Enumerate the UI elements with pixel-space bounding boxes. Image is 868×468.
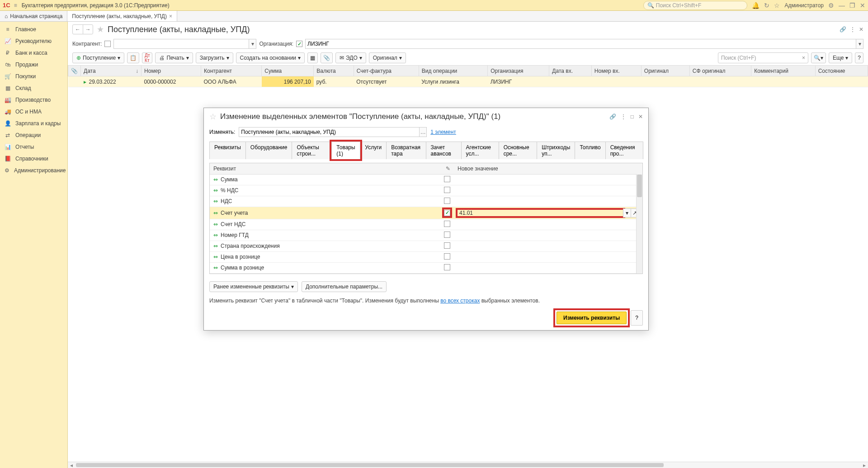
- elements-link[interactable]: 1 элемент: [430, 129, 456, 135]
- col-comment[interactable]: Комментарий: [751, 66, 815, 76]
- value-dropdown[interactable]: ▾: [623, 208, 631, 217]
- modal-tab-8[interactable]: Основные сре...: [499, 142, 538, 159]
- close-page-icon[interactable]: ✕: [859, 26, 863, 33]
- attr-row[interactable]: ⇔НДС: [210, 196, 642, 207]
- help-button[interactable]: ?: [855, 52, 863, 63]
- table-row[interactable]: ▸29.03.2022 0000-000002 ООО АЛЬФА 196 20…: [68, 76, 868, 87]
- filter-contractor-input[interactable]: [113, 39, 249, 49]
- filter-org-checkbox[interactable]: [296, 41, 302, 47]
- filter-org-input[interactable]: [305, 39, 856, 49]
- more-icon[interactable]: ⋮: [850, 26, 855, 33]
- sidebar-item-0[interactable]: ≡Главное: [0, 24, 67, 35]
- nav-forward-button[interactable]: →: [83, 25, 93, 34]
- attr-checkbox[interactable]: [444, 187, 450, 193]
- close-app-icon[interactable]: ✕: [860, 2, 865, 9]
- scroll-thumb[interactable]: [76, 463, 664, 467]
- tab-receipts[interactable]: Поступление (акты, накладные, УПД) ×: [67, 11, 177, 21]
- horizontal-scrollbar[interactable]: ◂ ▸: [68, 462, 868, 468]
- table-search[interactable]: Поиск (Ctrl+F) ×: [718, 52, 808, 63]
- col-org[interactable]: Организация: [488, 66, 549, 76]
- registry-button[interactable]: ▦: [307, 52, 318, 63]
- col-contractor[interactable]: Контрагент: [201, 66, 262, 76]
- filter-contractor-dropdown[interactable]: ▾: [249, 39, 256, 49]
- nav-back-button[interactable]: ←: [73, 25, 83, 34]
- copy-button[interactable]: 📋: [127, 52, 139, 63]
- attr-row[interactable]: ⇔Страна происхождения: [210, 241, 642, 251]
- modal-tab-10[interactable]: Топливо: [575, 142, 605, 159]
- submit-button[interactable]: Изменить реквизиты: [557, 312, 627, 324]
- attr-row[interactable]: ⇔Счет НДС: [210, 219, 642, 230]
- restore-icon[interactable]: ❐: [849, 2, 855, 9]
- change-type-dropdown[interactable]: …: [420, 127, 427, 137]
- extra-params-button[interactable]: Дополнительные параметры...: [302, 281, 387, 292]
- scroll-right-icon[interactable]: ▸: [861, 462, 868, 468]
- attr-checkbox[interactable]: [444, 242, 450, 249]
- change-type-input[interactable]: [239, 127, 420, 137]
- modal-tab-2[interactable]: Объекты строи...: [292, 142, 332, 159]
- minimize-icon[interactable]: —: [839, 2, 845, 9]
- col-number-in[interactable]: Номер вх.: [591, 66, 641, 76]
- settings-icon[interactable]: ⚙: [828, 2, 834, 9]
- sidebar-item-12[interactable]: ⚙Администрирование: [0, 165, 67, 176]
- attr-row[interactable]: ⇔% НДС: [210, 185, 642, 196]
- attr-checkbox[interactable]: [444, 210, 450, 216]
- attr-checkbox[interactable]: [444, 221, 450, 227]
- hint-link[interactable]: во всех строках: [440, 298, 480, 304]
- dtkt-button[interactable]: ДтКт: [142, 52, 152, 63]
- tab-home[interactable]: ⌂ Начальная страница: [0, 11, 67, 21]
- attr-checkbox[interactable]: [444, 198, 450, 204]
- sidebar-item-11[interactable]: 📕Справочники: [0, 153, 67, 165]
- global-search[interactable]: 🔍 Поиск Ctrl+Shift+F: [643, 1, 747, 10]
- col-op-type[interactable]: Вид операции: [419, 66, 487, 76]
- sidebar-item-5[interactable]: ▦Склад: [0, 82, 67, 94]
- bell-icon[interactable]: 🔔: [752, 2, 760, 9]
- sidebar-item-4[interactable]: 🛒Покупки: [0, 71, 67, 82]
- sidebar-item-3[interactable]: 🛍Продажи: [0, 59, 67, 71]
- user-name[interactable]: Администратор: [784, 2, 824, 9]
- col-invoice[interactable]: Счет-фактура: [354, 66, 419, 76]
- sidebar-item-6[interactable]: 🏭Производство: [0, 94, 67, 106]
- sidebar-item-8[interactable]: 👤Зарплата и кадры: [0, 118, 67, 129]
- link-icon[interactable]: 🔗: [840, 26, 846, 33]
- attr-checkbox[interactable]: [444, 253, 450, 260]
- modal-tab-7[interactable]: Агентские усл...: [461, 142, 499, 159]
- sidebar-item-9[interactable]: ⇄Операции: [0, 129, 67, 141]
- modal-tab-5[interactable]: Возвратная тара: [386, 142, 426, 159]
- original-button[interactable]: Оригинал▾: [369, 52, 406, 63]
- col-attribute[interactable]: Реквизит: [210, 163, 440, 174]
- col-date-in[interactable]: Дата вх.: [549, 66, 592, 76]
- load-button[interactable]: Загрузить▾: [196, 52, 233, 63]
- attr-row[interactable]: ⇔Сумма в рознице: [210, 262, 642, 273]
- modal-scrollbar[interactable]: [636, 174, 642, 274]
- create-based-button[interactable]: Создать на основании▾: [236, 52, 305, 63]
- scroll-left-icon[interactable]: ◂: [68, 462, 75, 468]
- col-original[interactable]: Оригинал: [641, 66, 689, 76]
- col-edit[interactable]: ✎: [440, 163, 454, 174]
- modal-tab-3[interactable]: Товары (1): [331, 142, 360, 159]
- modal-maximize-icon[interactable]: □: [631, 113, 634, 120]
- modal-tab-4[interactable]: Услуги: [360, 142, 387, 159]
- modal-help-button[interactable]: ?: [631, 310, 643, 326]
- attr-row[interactable]: ⇔Цена в рознице: [210, 251, 642, 262]
- modal-favorite-icon[interactable]: ☆: [209, 112, 217, 122]
- prev-changed-button[interactable]: Ранее измененные реквизиты▾: [209, 281, 298, 292]
- attr-row[interactable]: ⇔Сумма: [210, 174, 642, 185]
- sidebar-item-1[interactable]: 📈Руководителю: [0, 35, 67, 47]
- col-state[interactable]: Состояние: [815, 66, 868, 76]
- col-attach[interactable]: 📎: [68, 66, 81, 76]
- receipt-button[interactable]: ⊕Поступление▾: [72, 52, 124, 63]
- edo-button[interactable]: ✉ЭДО▾: [335, 52, 366, 63]
- modal-tab-9[interactable]: Штрихкоды уп...: [537, 142, 575, 159]
- tab-close-icon[interactable]: ×: [169, 13, 172, 19]
- attr-checkbox[interactable]: [444, 176, 450, 182]
- modal-tab-6[interactable]: Зачет авансов: [426, 142, 462, 159]
- modal-link-icon[interactable]: 🔗: [609, 113, 616, 120]
- more-button[interactable]: Еще▾: [829, 52, 852, 63]
- clear-search-icon[interactable]: ×: [802, 55, 805, 61]
- sidebar-item-10[interactable]: 📊Отчеты: [0, 141, 67, 153]
- filter-contractor-checkbox[interactable]: [104, 41, 111, 47]
- modal-more-icon[interactable]: ⋮: [621, 113, 626, 120]
- modal-tab-1[interactable]: Оборудование: [245, 142, 292, 159]
- col-currency[interactable]: Валюта: [314, 66, 354, 76]
- col-date[interactable]: Дата↓: [81, 66, 142, 76]
